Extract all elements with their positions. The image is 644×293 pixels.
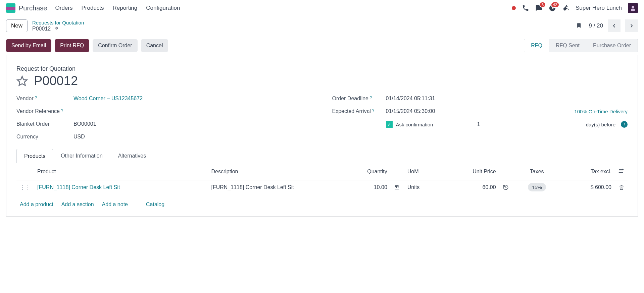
svg-marker-3 <box>17 76 27 85</box>
breadcrumb-current: P00012 <box>32 26 51 32</box>
add-section-link[interactable]: Add a section <box>61 201 94 208</box>
actions-bar: Send by Email Print RFQ Confirm Order Ca… <box>0 36 644 55</box>
confirm-order-button[interactable]: Confirm Order <box>93 39 137 52</box>
tab-products[interactable]: Products <box>16 149 53 163</box>
activities-badge: 42 <box>551 2 559 8</box>
col-description[interactable]: Description <box>208 163 338 180</box>
table-actions: Add a product Add a section Add a note C… <box>16 196 628 213</box>
col-uom[interactable]: UoM <box>404 163 441 180</box>
tax-excl-cell: $ 600.00 <box>561 180 615 196</box>
taxes-cell[interactable]: 15% <box>528 183 546 191</box>
catalog-link[interactable]: Catalog <box>146 201 164 208</box>
order-deadline-label: Order Deadline? <box>332 96 386 102</box>
help-icon[interactable]: ? <box>61 108 63 112</box>
ask-confirmation-checkbox[interactable]: ✓ <box>386 121 393 128</box>
cancel-button[interactable]: Cancel <box>141 39 168 52</box>
send-email-button[interactable]: Send by Email <box>6 39 51 52</box>
nav-reporting[interactable]: Reporting <box>113 5 138 11</box>
product-cell[interactable]: [FURN_1118] Corner Desk Left Sit <box>37 184 120 190</box>
top-navbar: Purchase Orders Products Reporting Confi… <box>0 0 644 16</box>
help-icon[interactable]: ? <box>372 108 374 112</box>
col-unit-price[interactable]: Unit Price <box>441 163 499 180</box>
nav-orders[interactable]: Orders <box>55 5 73 11</box>
form-sheet: Request for Quotation P00012 Vendor? Woo… <box>6 55 638 217</box>
add-note-link[interactable]: Add a note <box>102 201 128 208</box>
delete-row-icon[interactable] <box>619 186 624 191</box>
user-menu[interactable]: Super Hero Lunch <box>576 5 622 11</box>
info-icon[interactable]: i <box>621 121 628 128</box>
help-icon[interactable]: ? <box>35 96 37 100</box>
col-taxes[interactable]: Taxes <box>513 163 561 180</box>
messages-icon[interactable]: 6 <box>535 4 543 12</box>
history-icon[interactable] <box>503 186 509 191</box>
currency-field[interactable]: USD <box>73 134 85 140</box>
order-deadline-field[interactable]: 01/14/2024 05:11:31 <box>386 96 435 102</box>
nav-products[interactable]: Products <box>81 5 104 11</box>
status-rfq[interactable]: RFQ <box>524 39 549 52</box>
expected-arrival-field[interactable]: 01/15/2024 05:30:00 <box>386 108 435 114</box>
activities-icon[interactable]: 42 <box>549 4 556 12</box>
tools-icon[interactable] <box>562 4 569 12</box>
print-rfq-button[interactable]: Print RFQ <box>55 39 89 52</box>
description-cell[interactable]: [FURN_1118] Corner Desk Left Sit <box>208 180 338 196</box>
quantity-cell[interactable]: 10.00 <box>339 180 391 196</box>
help-icon[interactable]: ? <box>370 96 372 100</box>
new-button[interactable]: New <box>6 19 28 32</box>
status-dot-icon <box>512 6 516 10</box>
col-product[interactable]: Product <box>34 163 208 180</box>
pager-prev-button[interactable] <box>608 19 621 32</box>
order-lines-table: Product Description Quantity UoM Unit Pr… <box>16 163 628 196</box>
blanket-order-label: Blanket Order <box>16 121 73 127</box>
vendor-ref-label: Vendor Reference? <box>16 108 73 114</box>
voip-icon[interactable] <box>522 4 529 12</box>
forecast-icon[interactable] <box>394 186 400 191</box>
bookmark-icon[interactable] <box>576 22 582 30</box>
record-title: P00012 <box>34 74 78 88</box>
vendor-label: Vendor? <box>16 96 73 102</box>
app-name[interactable]: Purchase <box>19 4 47 12</box>
form-subtitle: Request for Quotation <box>16 65 628 72</box>
gear-icon[interactable] <box>53 25 59 32</box>
column-settings-icon[interactable] <box>615 163 628 180</box>
table-row[interactable]: ⋮⋮ [FURN_1118] Corner Desk Left Sit [FUR… <box>16 180 628 196</box>
col-quantity[interactable]: Quantity <box>339 163 391 180</box>
add-product-link[interactable]: Add a product <box>20 201 53 208</box>
ask-confirmation-days-field[interactable]: 1 <box>436 121 480 127</box>
avatar[interactable] <box>628 3 638 13</box>
currency-label: Currency <box>16 134 73 140</box>
vendor-field[interactable]: Wood Corner – US12345672 <box>73 96 143 102</box>
app-logo[interactable] <box>6 3 15 13</box>
tab-other-information[interactable]: Other Information <box>53 149 110 163</box>
ask-confirmation-label: Ask confirmation <box>396 122 433 127</box>
pager-next-button[interactable] <box>625 19 638 32</box>
tab-alternatives[interactable]: Alternatives <box>110 149 154 163</box>
on-time-delivery-link[interactable]: 100% On-Time Delivery <box>574 109 628 114</box>
priority-star-icon[interactable] <box>16 75 28 87</box>
breadcrumb: New Requests for Quotation P00012 9 / 20 <box>0 16 644 36</box>
svg-point-1 <box>632 6 634 8</box>
col-tax-excl[interactable]: Tax excl. <box>561 163 615 180</box>
pager-position[interactable]: 9 / 20 <box>589 22 603 29</box>
messages-badge: 6 <box>539 2 546 8</box>
expected-arrival-label: Expected Arrival? <box>332 108 386 114</box>
status-purchase-order[interactable]: Purchase Order <box>586 39 638 52</box>
drag-handle-icon[interactable]: ⋮⋮ <box>20 185 31 190</box>
blanket-order-field[interactable]: BO00001 <box>73 121 96 127</box>
status-rfq-sent[interactable]: RFQ Sent <box>549 39 586 52</box>
unit-price-cell[interactable]: 60.00 <box>441 180 499 196</box>
breadcrumb-parent[interactable]: Requests for Quotation <box>32 20 84 25</box>
tabs: Products Other Information Alternatives <box>16 149 628 163</box>
nav-configuration[interactable]: Configuration <box>146 5 180 11</box>
days-before-label: day(s) before <box>586 122 615 127</box>
svg-rect-2 <box>631 9 635 11</box>
uom-cell[interactable]: Units <box>404 180 441 196</box>
status-bar: RFQ RFQ Sent Purchase Order <box>524 39 638 52</box>
